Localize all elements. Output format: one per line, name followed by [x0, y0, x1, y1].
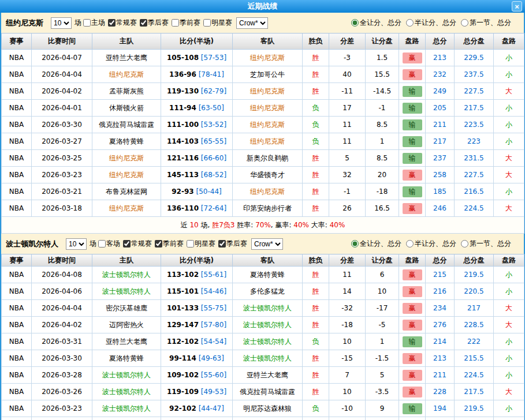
- filter-checkbox[interactable]: 季前赛: [172, 18, 200, 28]
- home-team-cell: 亚特兰大老鹰: [92, 333, 161, 350]
- ou-result-cell: 大: [494, 150, 524, 167]
- home-team-cell: 纽约尼克斯: [92, 200, 161, 217]
- odds-scope-radio[interactable]: 第一节、总分: [461, 239, 511, 249]
- games-count-select[interactable]: 10: [66, 238, 87, 250]
- point-diff-cell: 10: [329, 384, 366, 400]
- total-line-cell: 220.5: [455, 283, 494, 300]
- radio-label: 全让分、总分: [360, 18, 401, 28]
- score-cell: 112-102 [54-54]: [161, 333, 233, 350]
- checkbox-input[interactable]: [187, 240, 194, 247]
- featured-team: 波士顿凯尔特人: [243, 337, 292, 346]
- handicap-line-cell: -1: [366, 100, 399, 117]
- column-header: 比分(半场): [161, 254, 233, 267]
- radio-input[interactable]: [351, 19, 359, 27]
- filter-checkbox[interactable]: 明星赛: [187, 239, 215, 249]
- filter-checkbox[interactable]: 季前赛: [155, 239, 184, 249]
- filter-checkbox[interactable]: 季后赛: [218, 239, 247, 249]
- total-points-cell: 232: [426, 66, 455, 83]
- handicap-line-cell: 6: [366, 267, 399, 283]
- handicap-result-cell: 赢: [399, 267, 426, 283]
- column-header: 总分盘: [455, 33, 494, 50]
- handicap-line-cell: 8.5: [366, 150, 399, 167]
- handicap-result-badge: 赢: [403, 303, 422, 314]
- home-team-cell: 布鲁克林篮网: [92, 183, 161, 200]
- halftime-score: [54-54]: [201, 337, 226, 346]
- score-cell: 113-102 [55-61]: [161, 267, 233, 283]
- close-button[interactable]: ×: [512, 1, 522, 12]
- filter-checkbox[interactable]: 季后赛: [140, 18, 169, 28]
- checkbox-input[interactable]: [98, 240, 106, 247]
- winloss-cell: 胜: [303, 50, 329, 66]
- date-cell: 2026-03-30: [32, 350, 92, 367]
- column-header: 分差: [329, 254, 366, 267]
- home-team-cell: 波士顿凯尔特人: [92, 400, 161, 417]
- radio-input[interactable]: [406, 240, 414, 247]
- odds-scope-radio[interactable]: 半让分、总分: [406, 239, 456, 249]
- handicap-line-cell: 9: [366, 400, 399, 417]
- checkbox-input[interactable]: [83, 19, 91, 27]
- score-cell: 119-109 [49-53]: [161, 384, 233, 400]
- halftime-score: [55-75]: [201, 304, 226, 312]
- summary-segment: 10: [189, 221, 198, 229]
- total-points-cell: 276: [426, 317, 455, 333]
- odds-scope-radio[interactable]: 半让分、总分: [406, 18, 456, 28]
- date-cell: 2026-04-08: [32, 267, 92, 283]
- handicap-result-cell: 赢: [399, 167, 426, 183]
- handicap-result-cell: 赢: [399, 200, 426, 217]
- date-cell: 2026-03-23: [32, 167, 92, 183]
- away-team-cell: 俄克拉荷马城雷霆: [233, 384, 303, 400]
- checkbox-input[interactable]: [108, 19, 116, 27]
- total-line-cell: 227.5: [455, 167, 494, 183]
- checkbox-input[interactable]: [155, 240, 162, 247]
- halftime-score: [49-53]: [201, 388, 226, 396]
- winloss-cell: 胜: [303, 66, 329, 83]
- handicap-result-badge: 赢: [403, 52, 422, 63]
- handicap-result-badge: 输: [403, 119, 422, 130]
- score-cell: 114-103 [65-55]: [161, 133, 233, 150]
- handicap-result-badge: 赢: [403, 370, 422, 381]
- featured-team: 纽约尼克斯: [109, 204, 144, 212]
- bookmaker-select[interactable]: Crow*: [236, 17, 268, 29]
- checkbox-input[interactable]: [218, 240, 226, 247]
- handicap-result-badge: 赢: [403, 69, 422, 80]
- odds-scope-radio[interactable]: 第一节、总分: [461, 18, 511, 28]
- radio-input[interactable]: [461, 19, 468, 27]
- point-diff-cell: 26: [329, 200, 366, 217]
- handicap-result-cell: 赢: [399, 367, 426, 384]
- odds-scope-radio[interactable]: 全让分、总分: [351, 18, 401, 28]
- total-line-cell: 217.5: [455, 384, 494, 400]
- winloss-cell: 胜: [303, 283, 329, 300]
- featured-team: 纽约尼克斯: [250, 187, 285, 196]
- checkbox-input[interactable]: [203, 19, 211, 27]
- odds-scope-radio[interactable]: 全让分、总分: [351, 239, 401, 249]
- total-line-cell: 237.5: [455, 66, 494, 83]
- results-table: 赛事比赛时间主队比分(半场)客队胜负分差让分盘盘路总分总分盘盘路NBA2026-…: [1, 254, 524, 420]
- game-row: NBA2026-03-23纽约尼克斯145-113 [68-52]华盛顿奇才胜3…: [2, 167, 524, 183]
- point-diff-cell: -1: [329, 183, 366, 200]
- league-cell: NBA: [2, 384, 32, 400]
- point-diff-cell: 11: [329, 117, 366, 133]
- filter-checkbox[interactable]: 常规赛: [108, 18, 137, 28]
- league-cell: NBA: [2, 83, 32, 100]
- filter-checkbox[interactable]: 客场: [98, 239, 120, 249]
- filter-checkbox[interactable]: 明星赛: [203, 18, 232, 28]
- checkbox-input[interactable]: [172, 19, 179, 27]
- halftime-score: [55-60]: [201, 371, 226, 379]
- league-cell: NBA: [2, 367, 32, 384]
- point-diff-cell: -3: [329, 50, 366, 66]
- away-team-cell: 纽约尼克斯: [233, 50, 303, 66]
- radio-input[interactable]: [351, 240, 359, 247]
- filter-checkbox[interactable]: 常规赛: [123, 239, 152, 249]
- total-line-cell: 228.5: [455, 417, 494, 420]
- radio-input[interactable]: [461, 240, 468, 247]
- checkbox-input[interactable]: [140, 19, 147, 27]
- filter-checkbox[interactable]: 主场: [83, 18, 105, 28]
- bookmaker-select[interactable]: Crow*: [251, 238, 283, 250]
- radio-input[interactable]: [406, 19, 414, 27]
- league-cell: NBA: [2, 417, 32, 420]
- checkbox-input[interactable]: [123, 240, 131, 247]
- summary-segment: , 赢率:: [271, 221, 294, 229]
- games-count-select[interactable]: 10: [51, 17, 72, 29]
- ou-result-cell: 小: [494, 50, 524, 66]
- halftime-score: [62-79]: [201, 87, 226, 95]
